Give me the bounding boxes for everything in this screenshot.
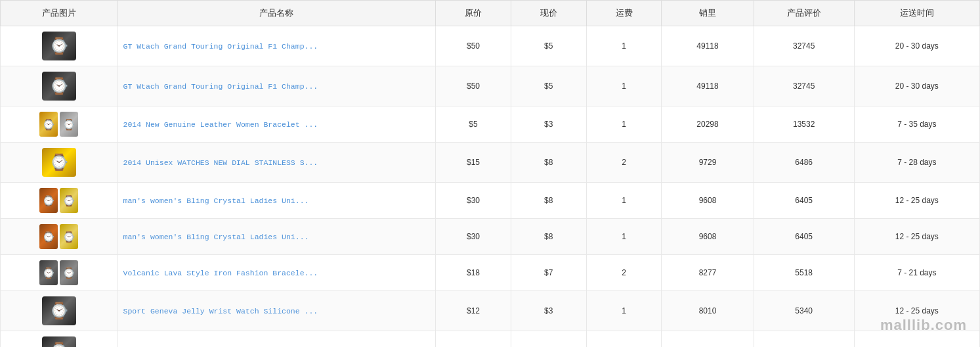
shipping-cell: 1 — [586, 26, 662, 66]
table-row: ⌚2014 Unisex WATCHES NEW DIAL STAINLESS … — [1, 143, 980, 183]
delivery-cell: 12 - 25 days — [854, 291, 979, 331]
delivery-cell: 12 - 25 days — [854, 183, 979, 219]
review-cell: 32745 — [754, 66, 854, 106]
product-name-cell[interactable]: GT Wtach Grand Touring Original F1 Champ… — [117, 26, 436, 66]
sales-cell: 49118 — [662, 26, 754, 66]
sales-cell: 9608 — [662, 219, 754, 255]
shipping-cell: 1 — [586, 183, 662, 219]
review-cell: 6486 — [754, 143, 854, 183]
original-price-cell: $12 — [436, 331, 511, 348]
review-cell: 5340 — [754, 331, 854, 348]
product-image-cell: ⌚ ⌚ — [1, 219, 118, 255]
delivery-cell: 12 - 25 days — [854, 331, 979, 348]
current-price-cell: $8 — [511, 183, 586, 219]
product-image-cell: ⌚ ⌚ — [1, 106, 118, 143]
sales-cell: 8010 — [662, 291, 754, 331]
table-row: ⌚ ⌚ Volcanic Lava Style Iron Fashion Bra… — [1, 255, 980, 291]
table-row: ⌚ ⌚ man's women's Bling Crystal Ladies U… — [1, 219, 980, 255]
shipping-cell: 2 — [586, 143, 662, 183]
product-image-cell: ⌚ — [1, 66, 118, 106]
current-price-cell: $3 — [511, 106, 586, 143]
delivery-cell: 20 - 30 days — [854, 66, 979, 106]
product-image-cell: ⌚ — [1, 143, 118, 183]
original-price-cell: $18 — [436, 255, 511, 291]
current-price-cell: $5 — [511, 26, 586, 66]
original-price-cell: $50 — [436, 66, 511, 106]
header-delivery: 运送时间 — [854, 1, 979, 26]
shipping-cell: 1 — [586, 106, 662, 143]
original-price-cell: $30 — [436, 219, 511, 255]
sales-cell: 8010 — [662, 331, 754, 348]
sales-cell: 49118 — [662, 66, 754, 106]
shipping-cell: 1 — [586, 219, 662, 255]
shipping-cell: 1 — [586, 291, 662, 331]
current-price-cell: $3 — [511, 331, 586, 348]
header-name: 产品名称 — [117, 1, 436, 26]
header-shipping: 运费 — [586, 1, 662, 26]
product-image-cell: ⌚ — [1, 291, 118, 331]
original-price-cell: $50 — [436, 26, 511, 66]
delivery-cell: 7 - 21 days — [854, 255, 979, 291]
product-name-cell[interactable]: GT Wtach Grand Touring Original F1 Champ… — [117, 66, 436, 106]
header-original-price: 原价 — [436, 1, 511, 26]
current-price-cell: $3 — [511, 291, 586, 331]
table-row: ⌚ ⌚ 2014 New Genuine Leather Women Brace… — [1, 106, 980, 143]
current-price-cell: $8 — [511, 143, 586, 183]
review-cell: 6405 — [754, 219, 854, 255]
product-name-cell[interactable]: Volcanic Lava Style Iron Fashion Bracele… — [117, 255, 436, 291]
table-header-row: 产品图片 产品名称 原价 现价 运费 销里 产品评价 运送时间 — [1, 1, 980, 26]
header-sales: 销里 — [662, 1, 754, 26]
sales-cell: 9608 — [662, 183, 754, 219]
products-table: 产品图片 产品名称 原价 现价 运费 销里 产品评价 运送时间 ⌚GT Wtac… — [0, 0, 980, 347]
table-row: ⌚Sport Geneva Jelly Wrist Watch Silicone… — [1, 291, 980, 331]
original-price-cell: $5 — [436, 106, 511, 143]
current-price-cell: $8 — [511, 219, 586, 255]
review-cell: 5518 — [754, 255, 854, 291]
sales-cell: 8277 — [662, 255, 754, 291]
product-name-cell[interactable]: 2014 Unisex WATCHES NEW DIAL STAINLESS S… — [117, 143, 436, 183]
product-name-cell[interactable]: Sport Geneva Jelly Wrist Watch Silicone … — [117, 331, 436, 348]
sales-cell: 20298 — [662, 106, 754, 143]
review-cell: 6405 — [754, 183, 854, 219]
header-current-price: 现价 — [511, 1, 586, 26]
shipping-cell: 2 — [586, 255, 662, 291]
delivery-cell: 12 - 25 days — [854, 219, 979, 255]
product-name-cell[interactable]: man's women's Bling Crystal Ladies Uni..… — [117, 219, 436, 255]
product-name-cell[interactable]: man's women's Bling Crystal Ladies Uni..… — [117, 183, 436, 219]
shipping-cell: 1 — [586, 331, 662, 348]
original-price-cell: $12 — [436, 291, 511, 331]
delivery-cell: 7 - 35 days — [854, 106, 979, 143]
current-price-cell: $5 — [511, 66, 586, 106]
product-name-cell[interactable]: 2014 New Genuine Leather Women Bracelet … — [117, 106, 436, 143]
shipping-cell: 1 — [586, 66, 662, 106]
product-image-cell: ⌚ ⌚ — [1, 255, 118, 291]
sales-cell: 9729 — [662, 143, 754, 183]
product-image-cell: ⌚ — [1, 26, 118, 66]
review-cell: 5340 — [754, 291, 854, 331]
review-cell: 13532 — [754, 106, 854, 143]
table-row: ⌚GT Wtach Grand Touring Original F1 Cham… — [1, 66, 980, 106]
table-row: ⌚ ⌚ man's women's Bling Crystal Ladies U… — [1, 183, 980, 219]
product-image-cell: ⌚ ⌚ — [1, 183, 118, 219]
original-price-cell: $30 — [436, 183, 511, 219]
header-review: 产品评价 — [754, 1, 854, 26]
review-cell: 32745 — [754, 26, 854, 66]
current-price-cell: $7 — [511, 255, 586, 291]
delivery-cell: 7 - 28 days — [854, 143, 979, 183]
table-row: ⌚Sport Geneva Jelly Wrist Watch Silicone… — [1, 331, 980, 348]
original-price-cell: $15 — [436, 143, 511, 183]
product-image-cell: ⌚ — [1, 331, 118, 348]
product-name-cell[interactable]: Sport Geneva Jelly Wrist Watch Silicone … — [117, 291, 436, 331]
header-img: 产品图片 — [1, 1, 118, 26]
delivery-cell: 20 - 30 days — [854, 26, 979, 66]
table-row: ⌚GT Wtach Grand Touring Original F1 Cham… — [1, 26, 980, 66]
